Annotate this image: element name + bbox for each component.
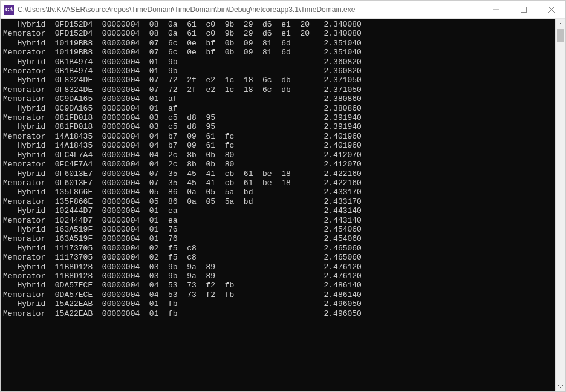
console-output[interactable]: Hybrid 0FD152D4 00000004 08 0a 61 c0 9b …: [1, 19, 555, 391]
close-icon: [548, 7, 555, 13]
scroll-down-button[interactable]: [556, 381, 565, 391]
vertical-scrollbar[interactable]: [555, 19, 565, 391]
window-title: C:\Users\tlv.KVASER\source\repos\TimeDom…: [18, 5, 482, 14]
maximize-icon: [521, 7, 527, 13]
window-controls: [482, 1, 565, 18]
scrollbar-track[interactable]: [556, 29, 565, 381]
chevron-down-icon: [558, 385, 563, 388]
scrollbar-thumb[interactable]: [557, 29, 564, 42]
titlebar[interactable]: C:\ C:\Users\tlv.KVASER\source\repos\Tim…: [1, 1, 565, 19]
app-icon: C:\: [4, 5, 14, 15]
maximize-button[interactable]: [510, 1, 538, 18]
minimize-button[interactable]: [482, 1, 510, 18]
console-body: Hybrid 0FD152D4 00000004 08 0a 61 c0 9b …: [1, 19, 565, 391]
console-window: C:\ C:\Users\tlv.KVASER\source\repos\Tim…: [0, 0, 566, 392]
chevron-up-icon: [558, 23, 563, 25]
scroll-up-button[interactable]: [556, 19, 565, 29]
svg-rect-1: [521, 7, 527, 12]
minimize-icon: [493, 7, 499, 13]
close-button[interactable]: [538, 1, 565, 18]
